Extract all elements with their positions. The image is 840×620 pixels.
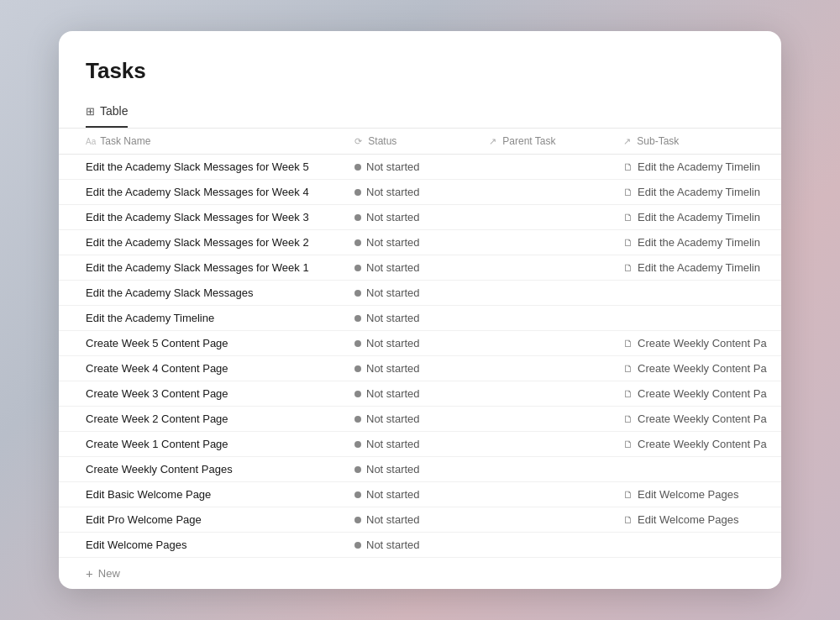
status-cell: Not started (344, 205, 479, 230)
col-header-sub-task: ↗ Sub-Task (613, 129, 781, 155)
doc-icon: 🗋 (623, 514, 633, 526)
subtask-cell: 🗋Create Weekly Content Pa (613, 407, 781, 432)
status-dot (354, 391, 361, 397)
doc-icon: 🗋 (623, 161, 633, 173)
parent-task-cell (479, 381, 613, 407)
doc-icon: 🗋 (623, 413, 633, 425)
task-name-cell: Edit the Academy Timeline (59, 306, 344, 331)
subtask-label: Create Weekly Content Pa (638, 438, 767, 450)
status-dot (354, 189, 361, 196)
task-name-cell: Create Week 3 Content Page (59, 381, 344, 407)
table-row[interactable]: Create Week 3 Content PageNot started🗋Cr… (59, 381, 781, 407)
doc-icon: 🗋 (623, 338, 633, 349)
status-dot (354, 441, 361, 448)
task-name-cell: Edit the Academy Slack Messages (59, 281, 344, 306)
status-cell: Not started (344, 356, 479, 381)
table-row[interactable]: Create Weekly Content PagesNot started (59, 457, 781, 482)
status-dot (354, 265, 361, 271)
task-name-cell: Create Weekly Content Pages (59, 457, 344, 482)
add-new-label: New (98, 567, 120, 580)
table-row[interactable]: Create Week 4 Content PageNot started🗋Cr… (59, 356, 781, 381)
status-dot (354, 214, 361, 221)
subtask-label: Edit the Academy Timelin (638, 236, 760, 249)
status-cell: Not started (344, 457, 479, 482)
status-cell: Not started (344, 306, 479, 331)
subtask-cell: 🗋Edit the Academy Timelin (613, 255, 781, 281)
table-icon: ⊞ (86, 105, 95, 118)
subtask-cell: 🗋Create Weekly Content Pa (613, 432, 781, 457)
subtask-cell (613, 457, 781, 482)
subtask-label: Edit Welcome Pages (638, 513, 738, 526)
subtask-label: Create Weekly Content Pa (638, 387, 767, 400)
status-cell: Not started (344, 533, 479, 558)
parent-task-cell (479, 457, 613, 482)
parent-task-cell (479, 306, 613, 331)
status-label: Not started (366, 488, 420, 501)
table-row[interactable]: Edit the Academy TimelineNot started (59, 306, 781, 331)
table-row[interactable]: Edit the Academy Slack Messages for Week… (59, 255, 781, 281)
task-name-cell: Edit the Academy Slack Messages for Week… (59, 180, 344, 205)
tasks-table: Aa Task Name ⟳ Status ↗ Parent Task ↗ Su… (59, 129, 781, 558)
status-dot (354, 491, 361, 498)
parent-task-cell (479, 356, 613, 381)
status-dot (354, 416, 361, 423)
status-dot (354, 315, 361, 322)
tasks-card: Tasks ⊞ Table Aa Task Name ⟳ Status ↗ Pa… (59, 31, 781, 589)
table-header-row: Aa Task Name ⟳ Status ↗ Parent Task ↗ Su… (59, 129, 781, 155)
table-body: Edit the Academy Slack Messages for Week… (59, 155, 781, 558)
status-cell: Not started (344, 432, 479, 457)
table-row[interactable]: Edit the Academy Slack Messages for Week… (59, 180, 781, 205)
status-cell: Not started (344, 482, 479, 507)
doc-icon: 🗋 (623, 187, 633, 198)
status-label: Not started (366, 236, 420, 249)
subtask-cell: 🗋Create Weekly Content Pa (613, 331, 781, 356)
status-cell: Not started (344, 331, 479, 356)
parent-task-cell (479, 281, 613, 306)
tab-table[interactable]: ⊞ Table (86, 97, 128, 128)
table-row[interactable]: Edit Welcome PagesNot started (59, 533, 781, 558)
add-new-button[interactable]: + New (59, 558, 781, 589)
status-cell: Not started (344, 230, 479, 255)
subtask-label: Edit the Academy Timelin (638, 261, 760, 274)
tab-bar: ⊞ Table (59, 97, 781, 129)
subtask-cell (613, 281, 781, 306)
doc-icon: 🗋 (623, 237, 633, 249)
table-row[interactable]: Create Week 1 Content PageNot started🗋Cr… (59, 432, 781, 457)
doc-icon: 🗋 (623, 262, 633, 274)
table-row[interactable]: Edit Basic Welcome PageNot started🗋Edit … (59, 482, 781, 507)
table-row[interactable]: Edit the Academy Slack Messages for Week… (59, 155, 781, 180)
doc-icon: 🗋 (623, 439, 633, 450)
table-row[interactable]: Edit the Academy Slack Messages for Week… (59, 205, 781, 230)
status-label: Not started (366, 463, 420, 476)
status-label: Not started (366, 438, 420, 450)
status-dot (354, 466, 361, 473)
subtask-label: Edit the Academy Timelin (638, 186, 760, 198)
status-label: Not started (366, 412, 420, 425)
task-name-cell: Edit Welcome Pages (59, 533, 344, 558)
doc-icon: 🗋 (623, 363, 633, 375)
table-row[interactable]: Edit the Academy Slack Messages for Week… (59, 230, 781, 255)
status-cell: Not started (344, 255, 479, 281)
table-row[interactable]: Create Week 2 Content PageNot started🗋Cr… (59, 407, 781, 432)
status-dot (354, 164, 361, 171)
status-cell: Not started (344, 381, 479, 407)
table-row[interactable]: Create Week 5 Content PageNot started🗋Cr… (59, 331, 781, 356)
task-name-cell: Create Week 4 Content Page (59, 356, 344, 381)
doc-icon: 🗋 (623, 212, 633, 223)
subtask-label: Create Weekly Content Pa (638, 412, 767, 425)
status-label: Not started (366, 387, 420, 400)
page-title: Tasks (59, 58, 781, 97)
status-dot (354, 517, 361, 523)
status-label: Not started (366, 513, 420, 526)
status-label: Not started (366, 211, 420, 223)
table-row[interactable]: Edit the Academy Slack MessagesNot start… (59, 281, 781, 306)
subtask-cell: 🗋Edit the Academy Timelin (613, 230, 781, 255)
table-row[interactable]: Edit Pro Welcome PageNot started🗋Edit We… (59, 507, 781, 533)
status-label: Not started (366, 160, 420, 173)
parent-task-cell (479, 331, 613, 356)
task-name-cell: Create Week 5 Content Page (59, 331, 344, 356)
status-cell: Not started (344, 281, 479, 306)
status-label: Not started (366, 362, 420, 375)
subtask-cell: 🗋Edit Welcome Pages (613, 507, 781, 533)
status-dot (354, 542, 361, 549)
